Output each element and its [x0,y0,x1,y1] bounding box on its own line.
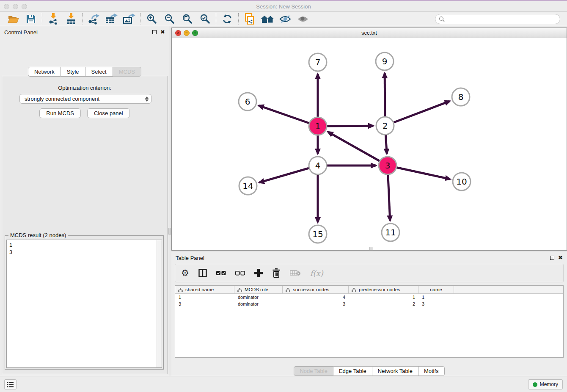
close-table-panel-icon[interactable]: ✖ [558,256,563,260]
import-table-button[interactable] [62,12,80,25]
zoom-fit-button[interactable] [178,12,196,25]
network-canvas[interactable]: 1234678910111415 [172,38,567,250]
cell-shared-name[interactable]: 1 [175,295,234,300]
canvas-resize-grip[interactable] [369,247,373,250]
cell-mcds-role[interactable]: dominator [234,301,283,306]
column-header-name[interactable]: name [418,286,454,293]
tab-network-table[interactable]: Network Table [372,366,418,376]
trash-icon [272,268,281,278]
table-row[interactable]: 3 dominator 3 2 3 [175,301,563,307]
homes-icon [260,14,275,24]
apply-layout-button[interactable] [218,12,236,25]
column-header-mcds-role[interactable]: MCDS role [234,286,283,293]
graph-node-label: 4 [315,160,321,171]
graph-node-label: 14 [242,181,253,191]
table-panel-title: Table Panel [176,255,204,261]
copy-network-view-button[interactable] [241,12,259,25]
cell-predecessor-nodes[interactable]: 1 [349,295,418,300]
search-input[interactable] [447,16,556,22]
close-panel-button[interactable]: Close panel [87,108,130,118]
mcds-result-text: 1 3 [7,240,157,367]
tab-edge-table[interactable]: Edge Table [333,366,372,376]
zoom-out-icon [164,14,175,24]
float-panel-icon[interactable] [152,30,157,34]
zoom-fit-icon [182,14,193,24]
graph-edge-3-10[interactable] [388,166,450,179]
select-all-columns-button[interactable] [216,267,226,279]
close-panel-icon[interactable]: ✖ [160,30,165,34]
memory-button[interactable]: Memory [528,379,563,389]
export-image-icon [123,14,135,25]
zoom-selected-button[interactable] [196,12,214,25]
hierarchy-icon [237,288,242,292]
graph-node-label: 8 [458,92,464,102]
table-panel: Table Panel ✖ ⚙ [171,252,567,376]
show-hidden-button[interactable] [294,12,312,25]
graph-edge-2-8[interactable] [385,101,450,126]
float-table-panel-icon[interactable] [550,256,554,260]
tab-node-table[interactable]: Node Table [294,366,333,376]
list-icon [7,381,14,388]
cell-name[interactable]: 3 [418,301,454,306]
network-view-titlebar[interactable]: × − + scc.txt [172,28,567,38]
result-scrollbar[interactable] [157,240,162,367]
save-floppy-icon [26,14,36,24]
graph-node-label: 9 [382,56,388,66]
chevron-up-down-icon [145,97,149,102]
toolbar-separator [216,13,216,25]
run-mcds-button[interactable]: Run MCDS [39,108,81,118]
toggle-panel-split-button[interactable] [198,267,207,279]
control-panel-header: Control Panel ✖ [0,26,169,38]
column-header-shared-name[interactable]: shared name [175,286,234,293]
table-row[interactable]: 1 dominator 4 1 1 [175,294,563,301]
tab-network[interactable]: Network [28,67,61,77]
graph-node-label: 11 [385,227,396,237]
graph-node-label: 3 [385,160,391,171]
application-window: Session: New Session [0,0,567,392]
task-history-button[interactable] [4,379,17,389]
export-network-button[interactable] [85,12,102,25]
graph-edge-3-1[interactable] [328,132,388,166]
hide-selected-button[interactable] [276,12,294,25]
zoom-in-button[interactable] [143,12,160,25]
cell-successor-nodes[interactable]: 4 [283,295,349,300]
deselect-all-columns-button[interactable] [235,267,245,279]
search-box [435,14,560,24]
export-image-button[interactable] [120,12,138,25]
zoom-out-button[interactable] [160,12,178,25]
eye-icon [297,15,309,23]
criterion-dropdown[interactable]: strongly connected component [19,94,151,104]
mcds-result-area[interactable]: 1 3 [6,240,162,368]
tab-motifs[interactable]: Motifs [418,366,445,376]
tab-mcds[interactable]: MCDS [113,67,141,77]
splitter-grip[interactable] [168,228,171,235]
status-bar: Memory [0,376,567,392]
table-panel-tabs: Node Table Edge Table Network Table Moti… [171,366,567,376]
function-builder-button[interactable]: f(x) [310,267,323,279]
main-toolbar [0,12,567,26]
column-header-successor-nodes[interactable]: successor nodes [283,286,349,293]
cell-mcds-role[interactable]: dominator [234,295,283,300]
control-panel-tabs: Network Style Select MCDS [0,67,169,77]
open-session-button[interactable] [4,12,22,25]
cell-name[interactable]: 1 [418,295,454,300]
cell-shared-name[interactable]: 3 [175,301,234,306]
table-panel-header: Table Panel ✖ [171,252,567,264]
delete-table-button[interactable] [290,267,301,279]
cell-predecessor-nodes[interactable]: 2 [349,301,418,306]
delete-table-icon [290,270,301,276]
hierarchy-icon [286,288,290,292]
import-network-button[interactable] [44,12,62,25]
show-all-button[interactable] [259,12,276,25]
save-session-button[interactable] [22,12,40,25]
column-header-predecessor-nodes[interactable]: predecessor nodes [349,286,418,293]
search-icon [439,16,445,22]
add-column-button[interactable] [254,267,263,279]
table-options-button[interactable]: ⚙ [181,267,189,279]
tab-select[interactable]: Select [85,67,113,77]
delete-column-button[interactable] [272,267,281,279]
export-table-button[interactable] [102,12,120,25]
tab-style[interactable]: Style [61,67,85,77]
zoom-selected-icon [200,14,210,24]
cell-successor-nodes[interactable]: 3 [283,301,349,306]
